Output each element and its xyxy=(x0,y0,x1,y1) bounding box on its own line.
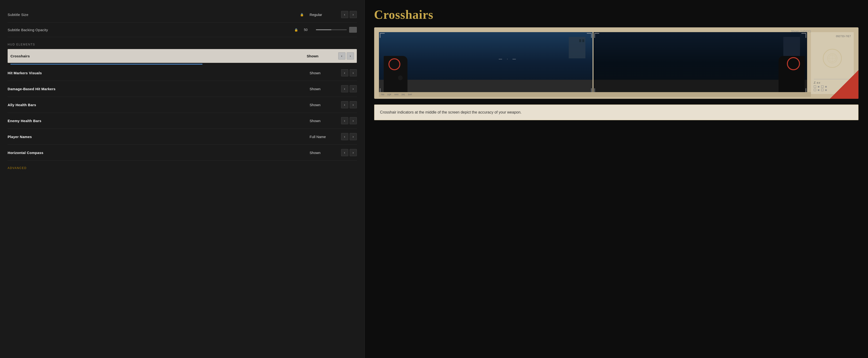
game-scene-2 xyxy=(593,32,807,94)
crosshair-indicator-1: — · — xyxy=(499,57,518,61)
hud-elements-heading: HUD ELEMENTS xyxy=(8,37,357,49)
red-stripe-decoration xyxy=(830,70,859,99)
hit-markers-arrows: ‹ › xyxy=(341,69,357,77)
subtitle-opacity-value: 50 xyxy=(304,28,313,32)
right-panel: Crosshairs Shown (14/NCC) xyxy=(365,0,868,358)
map-strip: 750 1QF AHX 241 SAF xyxy=(379,92,811,97)
corner-tl-2 xyxy=(594,33,599,38)
hit-markers-next-button[interactable]: › xyxy=(350,69,357,77)
hit-markers-value: Shown xyxy=(310,71,338,75)
subtitle-size-arrows: ‹ › xyxy=(341,11,357,18)
crosshairs-arrows: ‹ › xyxy=(338,52,354,60)
game-scene-1: — · — xyxy=(379,32,593,94)
player-names-row[interactable]: Player Names Full Name ‹ › xyxy=(8,129,357,145)
corner-tr-1 xyxy=(587,33,592,38)
crosshairs-row-wrapper: Crosshairs Shown ‹ › xyxy=(8,49,357,64)
preview-image-without-crosshair xyxy=(593,32,807,94)
crosshairs-prev-button[interactable]: ‹ xyxy=(338,52,345,60)
compass-row[interactable]: Horizontal Compass Shown ‹ › xyxy=(8,145,357,161)
ally-health-next-button[interactable]: › xyxy=(350,101,357,108)
subtitle-opacity-track[interactable] xyxy=(316,29,347,30)
hit-markers-row[interactable]: Hit Markers Visuals Shown ‹ › xyxy=(8,65,357,81)
subtitle-opacity-label: Subtitle Backing Opacity xyxy=(8,28,291,32)
case-number: 092733-7/E7 xyxy=(836,35,851,38)
crosshairs-label: Crosshairs xyxy=(10,54,301,58)
player-names-value: Full Name xyxy=(310,135,338,139)
checkbox-3 xyxy=(814,89,816,91)
checkbox-2 xyxy=(821,85,824,88)
subtitle-opacity-lock-icon: 🔒 xyxy=(294,28,298,32)
enemy-health-value: Shown xyxy=(310,119,338,123)
description-text: Crosshair indicators at the middle of th… xyxy=(380,110,522,114)
hit-markers-label: Hit Markers Visuals xyxy=(8,71,304,75)
player-names-label: Player Names xyxy=(8,135,304,139)
subtitle-opacity-row: Subtitle Backing Opacity 🔒 50 xyxy=(8,23,357,37)
description-card: Crosshair indicators at the middle of th… xyxy=(374,105,859,120)
preview-title: Crosshairs xyxy=(374,8,859,22)
corner-tl-1 xyxy=(380,33,385,38)
damage-hit-markers-value: Shown xyxy=(310,87,338,91)
preview-images: — · — xyxy=(379,32,807,94)
preview-card: Shown (14/NCC) xyxy=(374,27,859,99)
subtitle-size-next-button[interactable]: › xyxy=(350,11,357,18)
damage-hit-markers-next-button[interactable]: › xyxy=(350,85,357,92)
compass-prev-button[interactable]: ‹ xyxy=(341,149,348,156)
enemy-health-arrows: ‹ › xyxy=(341,117,357,124)
enemy-health-label: Enemy Health Bars xyxy=(8,119,304,123)
subtitle-size-lock-icon: 🔒 xyxy=(300,13,304,17)
subtitle-size-row: Subtitle Size 🔒 Regular ‹ › xyxy=(8,7,357,23)
enemy-health-prev-button[interactable]: ‹ xyxy=(341,117,348,124)
compass-value: Shown xyxy=(310,151,338,155)
left-panel: Subtitle Size 🔒 Regular ‹ › Subtitle Bac… xyxy=(0,0,365,358)
corner-tr-2 xyxy=(801,33,806,38)
ally-health-value: Shown xyxy=(310,103,338,107)
preview-image-with-crosshair: — · — xyxy=(379,32,593,94)
player-names-prev-button[interactable]: ‹ xyxy=(341,133,348,140)
subtitle-opacity-box xyxy=(349,27,357,33)
hit-markers-prev-button[interactable]: ‹ xyxy=(341,69,348,77)
ally-health-row[interactable]: Ally Health Bars Shown ‹ › xyxy=(8,97,357,113)
subtitle-size-value: Regular xyxy=(310,12,338,17)
compass-label: Horizontal Compass xyxy=(8,151,304,155)
enemy-health-row[interactable]: Enemy Health Bars Shown ‹ › xyxy=(8,113,357,129)
crosshairs-value: Shown xyxy=(307,54,335,58)
ally-health-label: Ally Health Bars xyxy=(8,103,304,107)
subtitle-size-prev-button[interactable]: ‹ xyxy=(341,11,348,18)
ally-health-arrows: ‹ › xyxy=(341,101,357,108)
compass-arrows: ‹ › xyxy=(341,149,357,156)
subtitle-opacity-fill xyxy=(316,29,331,30)
damage-hit-markers-label: Damage-Based Hit Markers xyxy=(8,87,304,91)
compass-next-button[interactable]: › xyxy=(350,149,357,156)
ally-health-prev-button[interactable]: ‹ xyxy=(341,101,348,108)
checkbox-1 xyxy=(814,85,816,88)
crosshairs-next-button[interactable]: › xyxy=(347,52,354,60)
enemy-health-next-button[interactable]: › xyxy=(350,117,357,124)
player-names-next-button[interactable]: › xyxy=(350,133,357,140)
advanced-heading: ADVANCED xyxy=(8,161,357,172)
damage-hit-markers-arrows: ‹ › xyxy=(341,85,357,92)
player-names-arrows: ‹ › xyxy=(341,133,357,140)
checkbox-4 xyxy=(821,89,824,91)
stamp-icon xyxy=(823,49,842,68)
subtitle-opacity-slider-section: 50 xyxy=(304,27,357,33)
damage-hit-markers-prev-button[interactable]: ‹ xyxy=(341,85,348,92)
crosshairs-progress-bar xyxy=(10,64,203,64)
subtitle-size-label: Subtitle Size xyxy=(8,12,297,17)
crosshairs-row[interactable]: Crosshairs Shown ‹ › xyxy=(8,49,357,63)
damage-hit-markers-row[interactable]: Damage-Based Hit Markers Shown ‹ › xyxy=(8,81,357,97)
